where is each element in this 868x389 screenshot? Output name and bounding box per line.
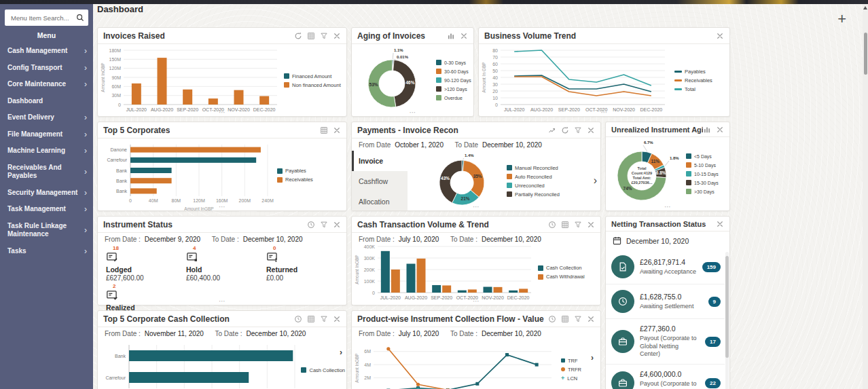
sidebar-item-machine-learning[interactable]: Machine Learning› [0,143,93,160]
close-icon[interactable] [587,126,595,134]
close-icon[interactable] [716,126,724,134]
widget-drag-handle[interactable] [352,109,473,116]
table-icon[interactable] [307,32,315,40]
calendar-icon[interactable] [613,236,621,245]
sidebar-item-file-management[interactable]: File Management› [0,126,93,143]
from-date-value[interactable]: July 10, 2020 [399,330,439,337]
from-date-value[interactable]: December 9, 2020 [145,236,200,243]
instrument-status-item-returned[interactable]: 0Returned£0.00 [266,245,346,282]
sidebar-item-security-management[interactable]: Security Management› [0,185,93,202]
netting-scrollbar[interactable] [725,252,729,389]
invoices-raised-legend: Financed AmountNon financed Amount [284,73,341,88]
close-icon[interactable] [587,315,595,323]
menu-search-box[interactable] [5,10,88,26]
widget-drag-handle[interactable] [98,298,346,305]
from-date-label: From Date : [105,330,141,337]
to-date-value[interactable]: December 10, 2020 [247,330,306,337]
filter-icon[interactable] [574,315,582,323]
svg-text:40: 40 [492,75,498,80]
netting-row[interactable]: £277,360.0Payout (Corporate to Global Ne… [606,319,725,365]
netting-scrollbar-thumb[interactable] [725,256,729,358]
search-icon[interactable] [76,14,84,22]
widget-drag-handle[interactable] [352,204,600,210]
sidebar-item-core-maintenance[interactable]: Core Maintenance› [0,76,93,93]
history-icon[interactable] [294,315,302,323]
page-scrollbar[interactable] [863,4,868,389]
filter-icon[interactable] [574,221,582,229]
legend-label: Unreconciled [515,183,545,189]
add-widget-button[interactable]: + [837,12,846,26]
close-icon[interactable] [333,126,341,134]
instrument-status-item-lodged[interactable]: 18Lodged£627,600.00 [106,245,186,282]
sidebar-item-event-delivery[interactable]: Event Delivery› [0,109,93,126]
history-icon[interactable] [548,221,556,229]
from-date-value[interactable]: November 11, 2020 [145,330,204,337]
close-icon[interactable] [333,221,341,229]
close-icon[interactable] [587,221,595,229]
to-date-value[interactable]: December 10, 2020 [243,236,303,243]
to-date-value[interactable]: December 10, 2020 [482,141,542,149]
close-icon[interactable] [333,315,341,323]
sidebar-item-tasks[interactable]: Tasks› [0,243,93,260]
trend-icon[interactable] [548,126,556,134]
scroll-up-arrow[interactable] [863,6,867,10]
close-icon[interactable] [460,32,468,40]
widget-drag-handle[interactable] [98,109,346,116]
svg-text:Total: Total [638,166,647,170]
bar-chart-icon[interactable] [447,32,455,40]
sidebar-item-config-transport[interactable]: Config Transport› [0,60,93,77]
sidebar-item-cash-management[interactable]: Cash Management› [0,43,93,60]
filter-icon[interactable] [574,126,582,134]
page-scrollbar-thumb[interactable] [864,33,867,75]
widget-drag-handle[interactable] [98,204,346,210]
table-icon[interactable] [320,126,328,134]
chevron-right-icon[interactable]: › [594,174,600,187]
sidebar-item-dashboard[interactable]: Dashboard [0,93,93,110]
sidebar-item-task-rule-linkage-maintenance[interactable]: Task Rule Linkage Maintenance› [0,218,93,243]
tab-invoice[interactable]: Invoice [352,151,408,171]
refresh-icon[interactable] [294,32,302,40]
widget-drag-handle[interactable] [479,109,729,116]
refresh-icon[interactable] [561,126,569,134]
table-icon[interactable] [561,221,569,229]
legend-label: Receivables [285,177,313,183]
netting-row[interactable]: £4,600,000.0Payout (Corporate to Sub Cen… [606,365,725,389]
close-icon[interactable] [716,32,724,40]
svg-text:40M: 40M [149,198,158,203]
chevron-right-icon[interactable]: › [591,353,594,363]
history-icon[interactable] [548,315,556,323]
sidebar-item-task-management[interactable]: Task Management› [0,201,93,218]
table-icon[interactable] [561,315,569,323]
netting-row[interactable]: £26,817,971.4Awaiting Acceptance159 [606,250,725,284]
netting-label: Awaiting Settlement [640,303,703,311]
legend-label: Cash Withdrawal [546,274,585,280]
close-icon[interactable] [716,220,724,228]
returned-icon [266,251,278,262]
widget-drag-handle[interactable] [352,298,600,305]
legend-label: Partially Reconciled [515,191,560,198]
chevron-right-icon[interactable]: › [340,348,342,357]
from-date-value[interactable]: October 1, 2020 [395,141,444,149]
netting-row[interactable]: £1,628,755.0Awaiting Settlement9 [606,284,725,319]
filter-icon[interactable] [320,221,328,229]
close-icon[interactable] [333,32,341,40]
tab-cashflow[interactable]: Cashflow [352,171,408,191]
to-date-value[interactable]: December 10, 2020 [482,330,541,337]
netting-date[interactable]: December 10, 2020 [626,237,689,245]
legend-swatch [301,367,306,373]
widget-drag-handle[interactable] [606,204,729,210]
menu-search-input[interactable] [6,14,76,22]
legend-item: >120 Days [436,86,471,92]
legend-label: Overdue [444,96,463,100]
to-date-label: To Date : [215,330,242,337]
filter-icon[interactable] [320,32,328,40]
bar-chart-icon[interactable] [703,126,711,134]
table-icon[interactable] [307,315,315,323]
sidebar-item-receivables-and-payables[interactable]: Receivables And Payables› [0,160,93,185]
legend-swatch [674,88,682,90]
filter-icon[interactable] [320,315,328,323]
instrument-status-item-hold[interactable]: 4Hold£60,400.00 [186,245,266,282]
date-range: From Date :December 9, 2020 To Date :Dec… [98,233,346,243]
history-icon[interactable] [307,221,315,229]
widget-title: Instrument Status [103,220,173,229]
